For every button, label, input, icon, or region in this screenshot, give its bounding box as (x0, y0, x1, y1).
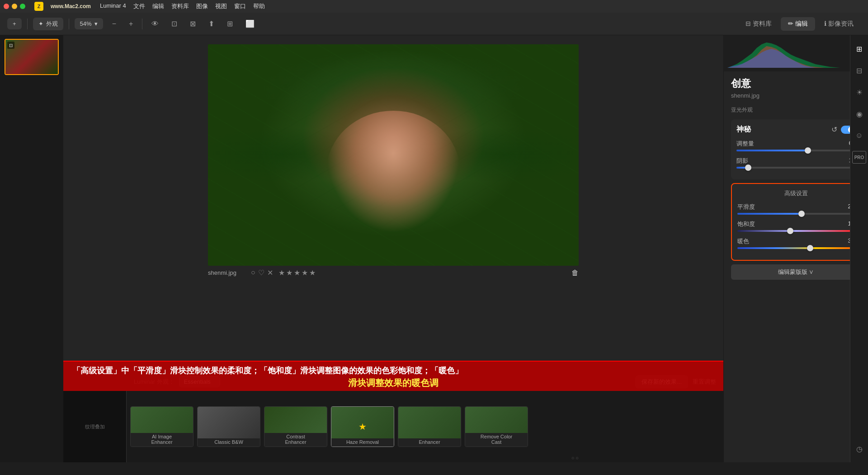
thumbnail-item[interactable]: ⊡ (5, 39, 59, 75)
shadow-label-row: 阴影 10 (736, 157, 855, 165)
warmth-track[interactable] (737, 247, 854, 249)
delete-button[interactable]: 🗑 (571, 269, 579, 277)
info-icon: ℹ (824, 20, 826, 27)
adjustments-icon-btn[interactable]: ⊟ (853, 64, 866, 77)
warmth-label-row: 暖色 32 (737, 237, 854, 245)
adjustment-fill (736, 150, 808, 151)
circle-rating[interactable]: ○ (251, 268, 255, 277)
adjustment-thumb[interactable] (805, 147, 811, 154)
compare-button[interactable]: ⊡ (168, 18, 181, 30)
filmstrip-classic-bw[interactable]: Classic B&W (197, 406, 260, 447)
close-button[interactable] (4, 4, 9, 9)
panel-content: 创意 shenmi.jpg 亚光外观 神秘 ↺ 调整量 60 (724, 71, 868, 462)
appearance-icon: ✦ (38, 20, 43, 27)
star-rating[interactable]: ★ ★ ★ ★ ★ (278, 268, 316, 277)
shadow-thumb[interactable] (745, 165, 751, 171)
photo-background (208, 44, 579, 266)
histogram (724, 35, 868, 71)
fi-star: ★ (359, 421, 367, 432)
adjustment-track[interactable] (736, 150, 855, 151)
menu-help[interactable]: 帮助 (253, 2, 265, 10)
adjustment-slider-row: 调整量 60 (736, 140, 855, 151)
filmstrip-label: 纹理叠加 (85, 423, 105, 430)
effect-block: 神秘 ↺ 调整量 60 (731, 119, 861, 179)
filmstrip-haze-removal[interactable]: ★ Haze Removal (331, 406, 394, 447)
annotation-banner: 「高级设置」中「平滑度」滑块控制效果的柔和度；「饱和度」滑块调整图像的效果的色彩… (63, 361, 723, 391)
saturation-slider-row: 饱和度 10 (737, 220, 854, 232)
annotation-line1: 「高级设置」中「平滑度」滑块控制效果的柔和度；「饱和度」滑块调整图像的效果的色彩… (72, 365, 714, 376)
zoom-out-button[interactable]: − (108, 18, 120, 30)
bottom-right-controls: ○ ○ (571, 455, 579, 461)
tab-info[interactable]: ℹ 影像资讯 (817, 17, 861, 31)
shadow-label: 阴影 (736, 157, 748, 165)
zoom-in-button[interactable]: + (125, 18, 137, 30)
smoothness-track[interactable] (737, 213, 854, 215)
heart-rating[interactable]: ♡ (258, 268, 264, 277)
smoothness-label-row: 平滑度 21 (737, 203, 854, 211)
tab-edit[interactable]: ✏ 编辑 (781, 17, 815, 31)
share-button[interactable]: ⬆ (205, 18, 218, 30)
smoothness-label: 平滑度 (737, 203, 755, 211)
menu-file[interactable]: 文件 (133, 2, 145, 10)
zoom-control[interactable]: 54% ▾ (75, 18, 103, 29)
canvas-area: shenmi.jpg ○ ♡ ✕ ★ ★ ★ ★ ★ 🗑 Luminar 外观：… (63, 35, 723, 462)
face-icon-btn[interactable]: ☺ (853, 129, 866, 142)
reject-rating[interactable]: ✕ (267, 268, 273, 277)
adjustment-label: 调整量 (736, 140, 754, 148)
fi-label-5: Enhancer (398, 438, 461, 447)
layers-icon-btn[interactable]: ⊞ (853, 42, 866, 55)
clock-icon-btn[interactable]: ◷ (853, 442, 866, 455)
crop-button[interactable]: ⊠ (186, 18, 199, 30)
tab-library[interactable]: ⊟ 资料库 (738, 17, 779, 31)
menu-library[interactable]: 资料库 (171, 2, 189, 10)
menu-edit[interactable]: 编辑 (152, 2, 164, 10)
window-button[interactable]: ⬜ (242, 18, 258, 30)
adjustment-label-row: 调整量 60 (736, 140, 855, 148)
fi-thumb-5 (398, 407, 461, 438)
add-button[interactable]: + (7, 18, 22, 29)
histogram-svg (727, 39, 864, 68)
maximize-button[interactable] (20, 4, 25, 9)
sun-icon-btn[interactable]: ☀ (853, 86, 866, 99)
rating-icons[interactable]: ○ ♡ ✕ (251, 268, 273, 277)
effect-name: 神秘 (736, 125, 751, 134)
eye-icon-button[interactable]: 👁 (148, 18, 162, 30)
right-side-icons: ⊞ ⊟ ☀ ◉ ☺ PRO ◷ (850, 35, 868, 462)
menu-bar: Z www.Mac2.com Luminar 4 文件 编辑 资料库 图像 视图… (0, 0, 868, 13)
menu-window[interactable]: 窗口 (234, 2, 246, 10)
palette-icon-btn[interactable]: ◉ (853, 108, 866, 120)
traffic-lights (4, 4, 25, 9)
reset-icon[interactable]: ↺ (831, 125, 837, 134)
filmstrip-contrast[interactable]: ContrastEnhancer (264, 406, 327, 447)
toolbar-right: ⊟ 资料库 ✏ 编辑 ℹ 影像资讯 (738, 17, 861, 31)
minimize-button[interactable] (12, 4, 17, 9)
edit-version-button[interactable]: 编辑蒙版版 ∨ (731, 264, 861, 280)
annotation-line2: 滑块调整效果的暖色调 (72, 376, 714, 389)
filmstrip-ai-enhancer[interactable]: AI ImageEnhancer (130, 406, 193, 447)
grid-button[interactable]: ⊞ (223, 18, 236, 30)
menu-view[interactable]: 视图 (215, 2, 227, 10)
filmstrip-sidebar: 纹理叠加 (63, 391, 127, 462)
filmstrip-remove-color-cast[interactable]: Remove ColorCast (465, 406, 528, 447)
rating-icon: ⊡ (7, 42, 14, 49)
pro-badge: PRO (852, 151, 867, 164)
saturation-track[interactable] (737, 230, 854, 232)
filmstrip-enhancer[interactable]: Enhancer (398, 406, 461, 447)
shadow-slider-row: 阴影 10 (736, 157, 855, 169)
plus-icon: + (13, 20, 16, 27)
smoothness-thumb[interactable] (798, 211, 805, 217)
main-layout: ⊡ shenmi.jpg ○ ♡ ✕ ★ ★ ★ (0, 35, 868, 462)
menu-image[interactable]: 图像 (196, 2, 208, 10)
menu-luminar[interactable]: Luminar 4 (100, 2, 126, 10)
shadow-track[interactable] (736, 167, 855, 169)
effect-header: 神秘 ↺ (736, 125, 855, 134)
photo-rating-bar: shenmi.jpg ○ ♡ ✕ ★ ★ ★ ★ ★ 🗑 (208, 268, 579, 277)
face-area (326, 111, 460, 233)
photo-display (208, 44, 579, 266)
filmstrip-row: AI ImageEnhancer Classic B&W ContrastEnh… (127, 391, 723, 462)
warmth-thumb[interactable] (807, 245, 813, 251)
appearance-button[interactable]: ✦ 外观 (33, 18, 63, 30)
saturation-thumb[interactable] (787, 228, 793, 234)
fi-label-1: AI ImageEnhancer (131, 433, 193, 447)
saturation-label-row: 饱和度 10 (737, 220, 854, 228)
